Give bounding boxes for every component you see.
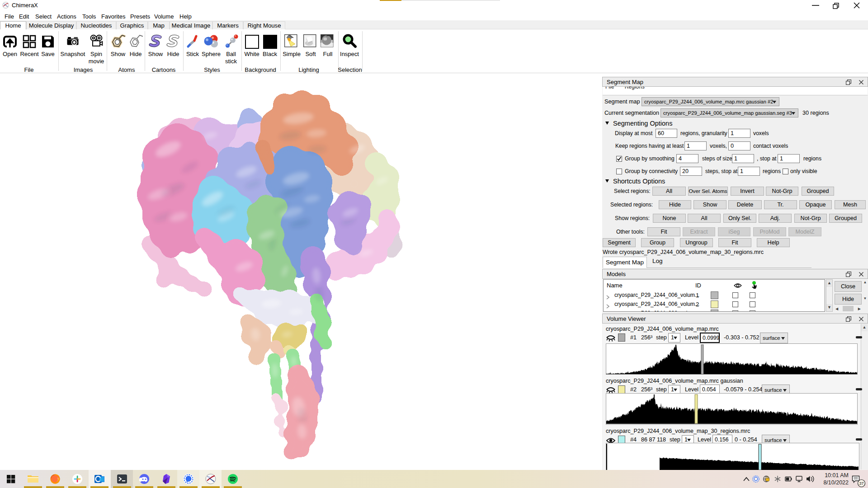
svg-text:37: 37: [859, 481, 863, 486]
